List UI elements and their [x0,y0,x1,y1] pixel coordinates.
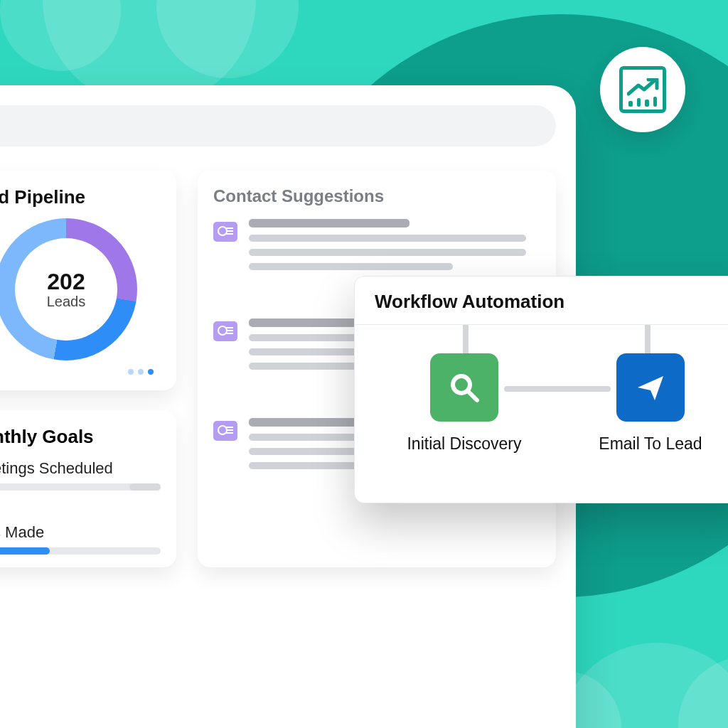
contact-card-icon [213,421,237,441]
search-input[interactable] [0,105,556,146]
pipeline-title: ld Pipeline [0,186,161,208]
pipeline-donut-chart: 202 Leads [0,218,137,360]
goals-title: nthly Goals [0,426,161,448]
pipeline-value-label: Leads [47,294,86,310]
marketing-canvas: ld Pipeline 202 Leads nthly Goals [0,0,728,728]
workflow-node-label: Email To Lead [584,434,717,454]
svg-line-1 [468,391,477,400]
list-item[interactable] [213,219,540,277]
growth-badge [600,47,685,132]
pipeline-card[interactable]: ld Pipeline 202 Leads [0,171,176,390]
workflow-connector [645,325,651,356]
contact-card-icon [213,222,237,242]
workflow-node-email[interactable]: Email To Lead [584,353,717,454]
pipeline-value: 202 [47,269,85,295]
growth-chart-icon [619,66,666,113]
decor-cloud [557,643,728,728]
pagination-dots[interactable] [0,365,161,378]
search-icon [430,353,498,422]
workflow-automation-card[interactable]: Workflow Automation Initial Discovery Em… [354,276,728,503]
workflow-connector [463,325,469,356]
goal-label: s Made [0,523,161,542]
contact-suggestions-title: Contact Suggestions [213,186,540,206]
workflow-title: Workflow Automation [375,291,728,313]
goal-progress [0,547,161,555]
workflow-node-discovery[interactable]: Initial Discovery [397,353,531,454]
goal-row: etings Scheduled [0,459,161,491]
workflow-node-label: Initial Discovery [397,434,531,454]
goal-progress [0,483,161,491]
goal-label: etings Scheduled [0,459,161,478]
monthly-goals-card: nthly Goals etings Scheduled s Made [0,410,176,567]
goal-row: s Made [0,523,161,555]
send-icon [616,353,685,422]
contact-card-icon [213,321,237,341]
